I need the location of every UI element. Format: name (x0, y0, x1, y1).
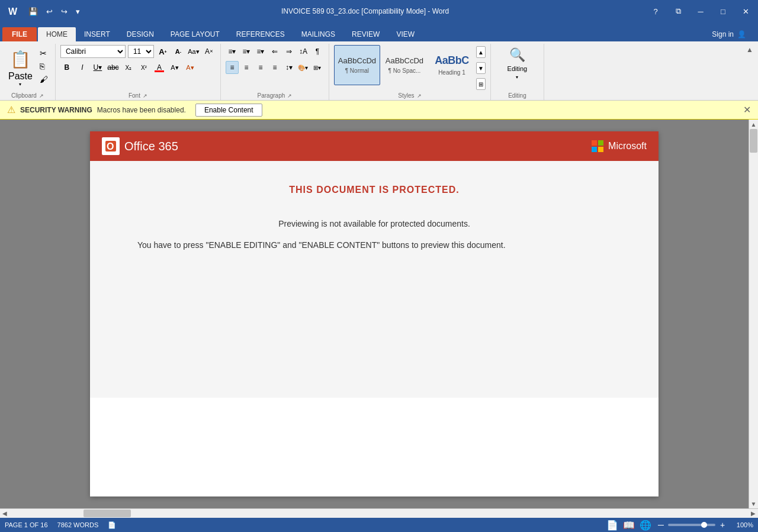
document-container[interactable]: O Office 365 Microsoft THI (0, 120, 749, 508)
editing-label-group: Editing (496, 91, 539, 100)
close-btn[interactable]: ✕ (738, 4, 753, 19)
sign-in-label: Sign in (712, 30, 734, 38)
page-status[interactable]: PAGE 1 OF 16 (5, 521, 48, 528)
text-effects-btn[interactable]: A▾ (184, 61, 197, 74)
editing-content: 🔍 Editing ▾ (503, 45, 532, 91)
editing-btn[interactable]: 🔍 Editing ▾ (503, 45, 532, 82)
undo-quick-btn[interactable]: ↩ (44, 6, 55, 17)
zoom-in-btn[interactable]: + (718, 520, 727, 530)
line-spacing-btn[interactable]: ↕▾ (282, 61, 296, 74)
scroll-up-btn[interactable]: ▲ (749, 120, 758, 129)
zoom-track[interactable] (668, 524, 715, 526)
minimize-btn[interactable]: ─ (693, 4, 708, 19)
para-row2: ≡ ≡ ≡ ≡ ↕▾ 🎨▾ ⊞▾ (226, 61, 324, 74)
clipboard-expand[interactable]: ↗ (39, 93, 44, 99)
maximize-btn[interactable]: □ (715, 4, 731, 19)
tab-home[interactable]: HOME (38, 27, 76, 41)
tab-design[interactable]: DESIGN (118, 27, 162, 41)
format-painter-button[interactable]: 🖌 (37, 73, 50, 85)
scroll-left-btn[interactable]: ◀ (0, 509, 9, 518)
font-color-btn[interactable]: A (153, 61, 166, 74)
tab-review[interactable]: REVIEW (343, 27, 388, 41)
scroll-thumb-h[interactable] (83, 510, 131, 517)
zoom-thumb[interactable] (701, 522, 707, 528)
tab-page-layout[interactable]: PAGE LAYOUT (162, 27, 228, 41)
strikethrough-btn[interactable]: abc (107, 61, 120, 74)
paste-button[interactable]: 📋 Paste ▾ (5, 45, 36, 89)
ribbon-collapse-btn[interactable]: ▲ (744, 44, 756, 56)
shading-btn[interactable]: 🎨▾ (297, 61, 310, 74)
font-size-select[interactable]: 11 (128, 45, 154, 58)
shrink-font-btn[interactable]: A- (172, 45, 185, 58)
ribbon-body: 📋 Paste ▾ ✂ ⎘ 🖌 Clipboard ↗ (0, 41, 758, 101)
align-left-btn[interactable]: ≡ (226, 61, 239, 74)
show-marks-btn[interactable]: ¶ (311, 45, 324, 58)
paste-dropdown[interactable]: ▾ (19, 82, 21, 87)
subscript-btn[interactable]: X₂ (122, 61, 135, 74)
align-center-btn[interactable]: ≡ (240, 61, 253, 74)
scroll-right-btn[interactable]: ▶ (749, 509, 758, 518)
borders-btn[interactable]: ⊞▾ (311, 61, 324, 74)
enable-content-btn[interactable]: Enable Content (195, 104, 262, 117)
justify-btn[interactable]: ≡ (268, 61, 281, 74)
clipboard-label: Clipboard ↗ (5, 91, 50, 100)
tab-file[interactable]: FILE (2, 27, 37, 41)
change-case-btn[interactable]: Aa▾ (187, 45, 200, 58)
restore-display-btn[interactable]: ⧉ (670, 4, 686, 19)
highlight-color-btn[interactable]: A▾ (168, 61, 181, 74)
bullets-btn[interactable]: ≡▾ (226, 45, 239, 58)
editing-icon: 🔍 (509, 47, 525, 63)
scroll-thumb-v[interactable] (750, 129, 757, 153)
superscript-btn[interactable]: X² (137, 61, 150, 74)
style-no-spacing[interactable]: AaBbCcDd ¶ No Spac... (381, 45, 428, 85)
paragraph-label: Paragraph ↗ (226, 91, 324, 100)
styles-scroll: ▲ ▼ ⊞ (476, 45, 486, 91)
decrease-indent-btn[interactable]: ⇐ (268, 45, 281, 58)
sort-btn[interactable]: ↕A (297, 45, 310, 58)
italic-btn[interactable]: I (76, 61, 89, 74)
bold-btn[interactable]: B (60, 61, 73, 74)
font-row1: Calibri 11 A+ A- Aa▾ A✕ (60, 45, 216, 58)
security-close-btn[interactable]: ✕ (743, 104, 751, 115)
copy-button[interactable]: ⎘ (37, 60, 50, 72)
customize-quick-btn[interactable]: ▾ (73, 6, 82, 17)
paragraph-expand[interactable]: ↗ (287, 93, 292, 99)
tab-view[interactable]: VIEW (388, 27, 423, 41)
font-name-select[interactable]: Calibri (60, 45, 126, 58)
doc-header: O Office 365 Microsoft (90, 131, 659, 161)
zoom-percentage[interactable]: 100% (732, 521, 753, 528)
grow-font-btn[interactable]: A+ (156, 45, 169, 58)
font-expand[interactable]: ↗ (143, 93, 147, 99)
scroll-track-v[interactable] (749, 129, 758, 499)
scroll-down-btn[interactable]: ▼ (749, 499, 758, 508)
ms-red-square (592, 140, 597, 146)
word-count[interactable]: 7862 WORDS (57, 521, 99, 528)
help-btn[interactable]: ? (648, 4, 663, 19)
style-normal[interactable]: AaBbCcDd ¶ Normal (334, 45, 380, 85)
scroll-track-h[interactable] (9, 509, 749, 518)
style-heading1[interactable]: AaBbC Heading 1 (429, 45, 475, 85)
underline-btn[interactable]: U▾ (91, 61, 104, 74)
multilevel-list-btn[interactable]: ≡▾ (254, 45, 267, 58)
increase-indent-btn[interactable]: ⇒ (282, 45, 296, 58)
align-right-btn[interactable]: ≡ (254, 61, 267, 74)
numbering-btn[interactable]: ≡▾ (240, 45, 253, 58)
styles-scroll-down[interactable]: ▼ (476, 62, 486, 74)
tab-mailings[interactable]: MAILINGS (293, 27, 343, 41)
editing-dropdown[interactable]: ▾ (516, 75, 518, 80)
cut-button[interactable]: ✂ (37, 47, 50, 59)
web-layout-btn[interactable]: 🌐 (640, 520, 651, 530)
redo-quick-btn[interactable]: ↪ (59, 6, 70, 17)
tab-references[interactable]: REFERENCES (228, 27, 293, 41)
tab-insert[interactable]: INSERT (76, 27, 118, 41)
font-row2: B I U▾ abc X₂ X² A A▾ A▾ (60, 61, 216, 74)
sign-in[interactable]: Sign in 👤 (705, 27, 753, 41)
zoom-out-btn[interactable]: ─ (656, 520, 666, 530)
styles-expand[interactable]: ↗ (417, 93, 422, 99)
clear-formatting-btn[interactable]: A✕ (203, 45, 216, 58)
styles-more[interactable]: ⊞ (476, 78, 486, 90)
styles-scroll-up[interactable]: ▲ (476, 46, 486, 58)
print-layout-btn[interactable]: 📄 (606, 520, 618, 530)
read-mode-btn[interactable]: 📖 (623, 520, 635, 530)
save-quick-btn[interactable]: 💾 (26, 6, 40, 17)
